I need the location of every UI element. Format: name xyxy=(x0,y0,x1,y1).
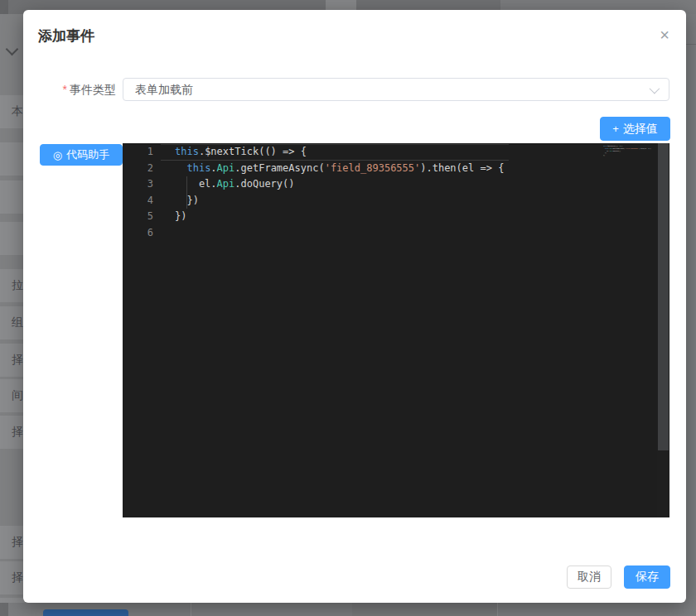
chevron-down-icon xyxy=(650,84,660,94)
background-bottom-corner xyxy=(0,603,8,616)
event-type-label: *事件类型 xyxy=(23,78,116,101)
editor-minimap[interactable]: this.$nextTick(() => { this.Api.getFrame… xyxy=(603,145,656,211)
background-toolbar-corner xyxy=(0,0,8,14)
sidebar-component-chip xyxy=(0,180,25,214)
editor-scrollbar xyxy=(657,143,669,517)
select-value-button[interactable]: + 选择值 xyxy=(600,117,670,141)
event-type-select[interactable]: 表单加载前 xyxy=(123,78,669,101)
sidebar-component-chip: 拉 xyxy=(0,269,25,302)
collapse-chevron-icon xyxy=(6,43,19,56)
save-button-label: 保存 xyxy=(636,570,659,585)
sidebar-component-chip: 择 xyxy=(0,526,25,559)
sidebar-component-chip: 择 xyxy=(0,561,25,594)
background-primary-button xyxy=(43,609,128,616)
code-line: this.Api.getFrameAsync('field_89356555')… xyxy=(175,161,504,177)
background-panel-divider xyxy=(497,603,498,616)
sidebar-component-chip: 间 xyxy=(0,379,25,412)
code-helper-button-label: 代码助手 xyxy=(66,147,109,162)
background-panel-divider xyxy=(191,603,191,616)
select-value-button-label: 选择值 xyxy=(623,122,658,137)
code-line xyxy=(603,156,656,159)
required-mark: * xyxy=(63,83,67,96)
save-button[interactable]: 保存 xyxy=(624,565,670,589)
code-line: }) xyxy=(175,209,504,225)
editor-code: this.$nextTick(() => { this.Api.getFrame… xyxy=(175,144,504,241)
sidebar-component-chip: 择 xyxy=(0,416,25,449)
event-type-selected-value: 表单加载前 xyxy=(135,79,193,100)
screen: 本拉组择间择择择 添加事件 × *事件类型 表单加载前 + 选择值 ◎ 代码助手 xyxy=(0,0,696,616)
minimap-code: this.$nextTick(() => { this.Api.getFrame… xyxy=(603,145,656,159)
background-right-panel xyxy=(686,14,696,616)
add-event-dialog: 添加事件 × *事件类型 表单加载前 + 选择值 ◎ 代码助手 123456 t… xyxy=(23,10,686,603)
sidebar-component-chip: 组 xyxy=(0,306,25,339)
code-line: this.$nextTick(() => { xyxy=(175,144,504,161)
cancel-button[interactable]: 取消 xyxy=(567,565,611,589)
code-line xyxy=(175,225,504,242)
sidebar-component-chip: 本 xyxy=(0,95,25,128)
code-line: }) xyxy=(175,193,504,209)
cancel-button-label: 取消 xyxy=(578,570,601,585)
code-helper-button[interactable]: ◎ 代码助手 xyxy=(40,144,123,166)
sidebar-component-chip xyxy=(0,222,25,255)
background-right-panel-divider xyxy=(686,44,696,45)
editor-gutter: 123456 xyxy=(123,144,161,241)
plus-icon: + xyxy=(612,123,619,135)
editor-scrollbar-thumb[interactable] xyxy=(658,143,669,450)
code-editor[interactable]: 123456 this.$nextTick(() => { this.Api.g… xyxy=(123,143,669,517)
code-line: el.Api.doQuery() xyxy=(175,176,504,193)
background-bottom-section xyxy=(352,603,497,616)
dialog-title: 添加事件 xyxy=(38,26,94,46)
sidebar-component-chip xyxy=(0,142,25,176)
event-type-label-text: 事件类型 xyxy=(70,83,116,96)
sidebar-component-chip: 择 xyxy=(0,344,25,377)
target-icon: ◎ xyxy=(53,149,62,161)
close-icon[interactable]: × xyxy=(653,23,676,46)
